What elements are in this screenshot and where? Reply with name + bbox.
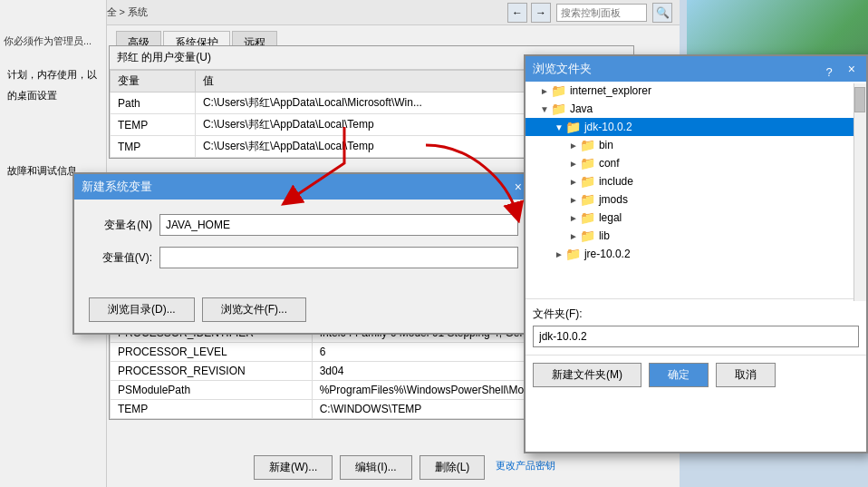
computer-label: 计划，内存使用，以 <box>0 64 106 85</box>
tree-item-bin[interactable]: ► 📁 bin <box>526 136 866 154</box>
var-name: Path <box>111 93 196 114</box>
file-browser-action-buttons: 新建文件夹(M) 确定 取消 <box>526 356 866 394</box>
delete-button[interactable]: 删除(L) <box>420 455 486 480</box>
expand-arrow-icon: ► <box>569 177 578 187</box>
expand-arrow-icon: ► <box>569 195 578 205</box>
var-value-input[interactable] <box>159 247 518 268</box>
file-browser-cancel-button[interactable]: 取消 <box>716 363 776 387</box>
scrollbar-thumb[interactable] <box>854 87 865 112</box>
help-button[interactable]: ? <box>819 62 839 82</box>
folder-icon: 📁 <box>565 120 581 134</box>
file-browser-dialog: 浏览文件夹 × ? ► 📁 internet_explorer ▼ 📁 Java… <box>524 54 868 453</box>
var-value-label: 变量值(V): <box>89 250 152 266</box>
col-var: 变量 <box>111 71 196 93</box>
tree-item-conf[interactable]: ► 📁 conf <box>526 154 866 172</box>
sys-var-name: TEMP <box>111 400 313 419</box>
tree-item-label: lib <box>599 229 610 242</box>
expand-arrow-icon: ► <box>569 213 578 223</box>
folder-icon: 📁 <box>580 229 595 243</box>
var-name: TMP <box>111 136 196 158</box>
edit-button[interactable]: 编辑(I)... <box>340 455 411 480</box>
browse-file-button[interactable]: 浏览文件(F)... <box>202 297 306 322</box>
dialog-title: 新建系统变量 <box>82 179 152 195</box>
expand-arrow-icon: ► <box>569 141 578 151</box>
file-browser-titlebar: 浏览文件夹 × <box>526 56 866 82</box>
tree-item-label: include <box>599 175 633 188</box>
tree-item-label: jmods <box>599 193 628 206</box>
expand-arrow-icon: ► <box>540 86 549 96</box>
folder-path-input[interactable] <box>533 326 859 347</box>
tree-item-jdk[interactable]: ▼ 📁 jdk-10.0.2 <box>526 118 866 136</box>
folder-icon: 📁 <box>580 210 595 225</box>
tree-item-jre[interactable]: ► 📁 jre-10.0.2 <box>526 245 866 263</box>
tree-item-internet-explorer[interactable]: ► 📁 internet_explorer <box>526 82 866 100</box>
sys-var-name: PSModulePath <box>111 381 313 400</box>
file-tree[interactable]: ► 📁 internet_explorer ▼ 📁 Java ▼ 📁 jdk-1… <box>526 82 866 299</box>
tree-item-java[interactable]: ▼ 📁 Java <box>526 100 866 118</box>
nav-left-btn[interactable]: ← <box>507 3 527 23</box>
dialog-titlebar: 新建系统变量 × <box>74 174 533 200</box>
var-name-row: 变量名(N) <box>89 214 518 236</box>
search-input[interactable] <box>556 4 647 22</box>
tree-item-label: Java <box>570 102 593 115</box>
tree-item-label: jre-10.0.2 <box>584 248 631 260</box>
dialog-body: 变量名(N) 变量值(V): <box>74 200 533 294</box>
search-button[interactable]: 🔍 <box>652 3 672 23</box>
tree-item-legal[interactable]: ► 📁 legal <box>526 209 866 227</box>
file-browser-close-button[interactable]: × <box>844 62 859 76</box>
nav-right-btn[interactable]: → <box>531 3 551 23</box>
expand-arrow-icon: ► <box>569 231 578 241</box>
folder-icon: 📁 <box>580 156 595 170</box>
tree-item-label: conf <box>599 157 620 170</box>
new-button[interactable]: 新建(W)... <box>254 455 333 480</box>
nav-arrows: ← → <box>507 3 551 23</box>
folder-icon: 📁 <box>551 83 566 98</box>
tree-item-lib[interactable]: ► 📁 lib <box>526 227 866 245</box>
tree-item-label: bin <box>599 139 613 151</box>
folder-icon: 📁 <box>580 174 595 189</box>
sidebar-description: 你必须作为管理员... <box>0 27 106 55</box>
folder-icon: 📁 <box>580 138 595 152</box>
file-browser-ok-button[interactable]: 确定 <box>649 363 709 387</box>
folder-path-area: 文件夹(F): <box>526 299 866 356</box>
browse-dir-button[interactable]: 浏览目录(D)... <box>89 297 195 322</box>
var-name-input[interactable] <box>159 214 518 236</box>
tree-item-include[interactable]: ► 📁 include <box>526 172 866 190</box>
desktop-label: 的桌面设置 <box>0 85 106 106</box>
folder-icon: 📁 <box>551 102 566 116</box>
expand-arrow-icon: ▼ <box>555 122 564 132</box>
bottom-action-buttons: 新建(W)... 编辑(I)... 删除(L) 更改产品密钥 <box>254 455 559 480</box>
new-var-dialog: 新建系统变量 × 变量名(N) 变量值(V): 浏览目录(D)... 浏览文件(… <box>72 172 535 335</box>
var-name: TEMP <box>111 114 196 136</box>
tree-scrollbar[interactable] <box>854 83 866 301</box>
tree-item-label: internet_explorer <box>570 84 651 97</box>
expand-arrow-icon: ► <box>555 249 564 259</box>
expand-arrow-icon: ▼ <box>540 104 549 114</box>
tree-item-label: legal <box>599 211 622 224</box>
expand-arrow-icon: ► <box>569 159 578 169</box>
new-folder-button[interactable]: 新建文件夹(M) <box>533 363 641 387</box>
sys-var-name: PROCESSOR_LEVEL <box>111 343 313 362</box>
tree-item-label: jdk-10.0.2 <box>584 121 632 133</box>
file-browser-title: 浏览文件夹 <box>533 61 592 77</box>
folder-icon: 📁 <box>580 192 595 207</box>
var-name-label: 变量名(N) <box>89 218 152 233</box>
security-link[interactable]: 更改产品密钥 <box>492 455 559 480</box>
folder-icon: 📁 <box>565 247 581 261</box>
tree-item-jmods[interactable]: ► 📁 jmods <box>526 190 866 209</box>
sys-var-name: PROCESSOR_REVISION <box>111 362 313 381</box>
dialog-action-buttons: 浏览目录(D)... 浏览文件(F)... <box>74 294 533 333</box>
var-value-row: 变量值(V): <box>89 247 518 268</box>
folder-label: 文件夹(F): <box>533 307 859 322</box>
